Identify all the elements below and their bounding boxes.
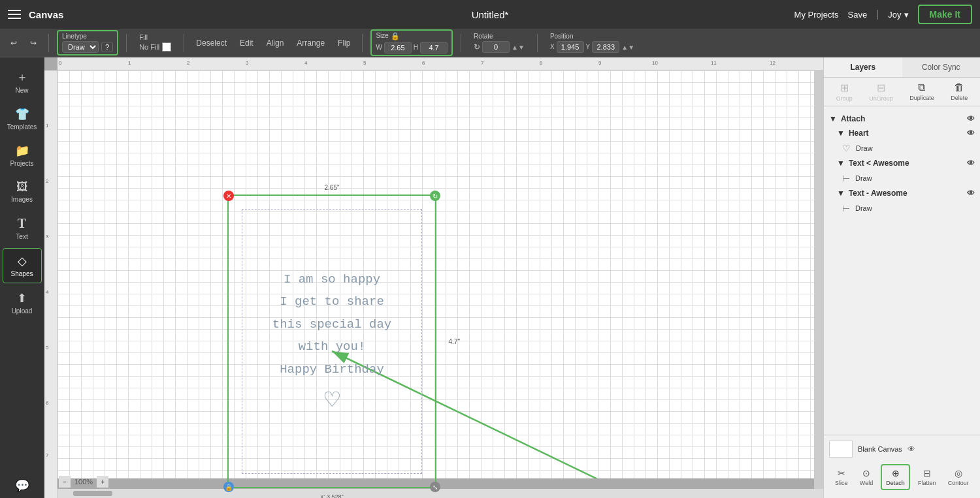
pos-y-label: Y	[586, 43, 591, 50]
edit-button[interactable]: Edit	[236, 37, 257, 50]
toolbar: ↩ ↪ Linetype Draw ? Fill No Fill Deselec…	[0, 29, 980, 57]
upload-label: Upload	[12, 307, 33, 315]
tab-colorsync[interactable]: Color Sync	[902, 57, 981, 77]
canvas-zoom-controls: − 100% +	[57, 475, 110, 489]
detach-icon: ⊕	[892, 468, 900, 478]
new-icon: ＋	[16, 69, 28, 85]
attach-eye-icon[interactable]: 👁	[967, 114, 975, 123]
canvas-grid[interactable]: ✕ ↻ 🔒 ⤡ 2.65" 4.7" x: 3.528" y: 1.986" I…	[57, 70, 823, 478]
flatten-button[interactable]: ⊟ Flatten	[914, 465, 940, 489]
shapes-icon: ◇	[18, 254, 27, 268]
save-button[interactable]: Save	[848, 10, 868, 20]
selected-element-box: ✕ ↻ 🔒 ⤡ 2.65" 4.7" x: 3.528" y: 1.986" I…	[227, 195, 436, 488]
toolbar-separator-6	[537, 34, 538, 52]
heart-eye-icon[interactable]: 👁	[967, 129, 975, 138]
group-label: Group	[836, 95, 853, 102]
flatten-label: Flatten	[918, 480, 936, 486]
text-icon: T	[18, 216, 26, 231]
undo-button[interactable]: ↩	[7, 37, 21, 50]
text1-draw-item: ⊢ Draw	[829, 170, 975, 186]
redo-button[interactable]: ↪	[26, 37, 41, 50]
horizontal-scrollbar[interactable]	[57, 489, 823, 498]
group-button[interactable]: ⊞ Group	[836, 82, 853, 102]
contour-button[interactable]: ◎ Contour	[944, 465, 973, 489]
arrange-label: Arrange	[297, 39, 325, 48]
width-input[interactable]	[384, 42, 412, 54]
slice-label: Slice	[835, 480, 848, 486]
edit-label: Edit	[240, 39, 253, 48]
text2-draw-label: Draw	[855, 204, 970, 212]
text2-eye-icon[interactable]: 👁	[967, 189, 975, 198]
canvas-thumbnail	[829, 441, 853, 458]
attach-header[interactable]: ▼ Attach 👁	[829, 112, 975, 126]
linetype-group: Linetype Draw ?	[57, 30, 118, 55]
sidebar-item-projects[interactable]: 📁 Projects	[3, 138, 42, 172]
attach-section: ▼ Attach 👁 ▼ Heart 👁 ♡ Draw ▼ Text	[824, 109, 980, 219]
menu-icon[interactable]	[8, 10, 21, 19]
zoom-in-button[interactable]: +	[97, 476, 108, 488]
text1-layer-label: Text < Awesome	[849, 159, 909, 168]
detach-button[interactable]: ⊕ Detach	[881, 464, 910, 490]
heart-arrow: ▼	[837, 129, 845, 138]
sidebar-item-templates[interactable]: 👕 Templates	[3, 102, 42, 136]
toolbar-separator-5	[461, 34, 461, 52]
heart-draw-label: Draw	[856, 144, 970, 152]
text2-layer-header[interactable]: ▼ Text - Awesome 👁	[829, 186, 975, 200]
deselect-button[interactable]: Deselect	[192, 37, 231, 50]
handle-rotate[interactable]: ↻	[430, 191, 440, 201]
handle-lock[interactable]: 🔒	[223, 482, 234, 492]
zoom-out-button[interactable]: −	[59, 476, 71, 488]
delete-label: Delete	[951, 95, 968, 101]
my-projects-link[interactable]: My Projects	[794, 10, 839, 20]
sidebar-item-new[interactable]: ＋ New	[3, 64, 42, 99]
text1-arrow: ▼	[837, 159, 845, 168]
width-label: W	[376, 44, 382, 51]
projects-icon: 📁	[15, 144, 29, 158]
chevron-down-icon: ▾	[904, 10, 909, 20]
linetype-select[interactable]: Draw	[62, 41, 99, 53]
sidebar-item-shapes[interactable]: ◇ Shapes	[3, 248, 42, 283]
duplicate-button[interactable]: ⧉ Duplicate	[909, 82, 934, 102]
canvas-eye-icon[interactable]: 👁	[907, 444, 915, 454]
lock-icon[interactable]: 🔒	[391, 32, 400, 40]
make-it-button[interactable]: Make It	[918, 5, 972, 24]
flip-button[interactable]: Flip	[334, 37, 354, 50]
zoom-label: 100%	[74, 478, 93, 486]
panel-icons-row: ⊞ Group ⊟ UnGroup ⧉ Duplicate 🗑 Delete	[824, 78, 980, 106]
linetype-help-button[interactable]: ?	[101, 42, 113, 52]
weld-button[interactable]: ⊙ Weld	[856, 465, 877, 489]
canvas-area[interactable]: 0 1 2 3 4 5 6 7 8 9 10 11 12 1 2 3 4 5 6…	[44, 57, 823, 498]
sidebar-item-images[interactable]: 🖼 Images	[3, 175, 42, 208]
slice-button[interactable]: ✂ Slice	[831, 465, 852, 489]
text1-layer-header[interactable]: ▼ Text < Awesome 👁	[829, 156, 975, 170]
toolbar-separator-4	[362, 34, 363, 52]
ungroup-button[interactable]: ⊟ UnGroup	[869, 82, 893, 102]
tab-layers[interactable]: Layers	[824, 57, 902, 77]
fill-color-swatch[interactable]	[162, 42, 171, 52]
align-button[interactable]: Align	[263, 37, 288, 50]
sidebar-item-chat[interactable]: 💬	[3, 473, 42, 498]
flatten-icon: ⊟	[923, 468, 931, 478]
templates-label: Templates	[7, 123, 37, 131]
text1-eye-icon[interactable]: 👁	[967, 159, 975, 168]
sidebar-item-text[interactable]: T Text	[3, 211, 42, 245]
pos-x-input[interactable]	[557, 41, 584, 53]
user-menu[interactable]: Joy ▾	[888, 10, 908, 20]
chat-icon: 💬	[15, 478, 29, 493]
card-content: I am so happy I get to share this specia…	[242, 209, 422, 474]
fill-group: Fill No Fill	[135, 32, 176, 54]
card-heart: ♡	[323, 387, 342, 412]
text1-icon: ⊢	[842, 173, 850, 183]
sidebar-item-upload[interactable]: ⬆ Upload	[3, 286, 42, 320]
rotate-input[interactable]	[482, 41, 510, 53]
arrange-button[interactable]: Arrange	[293, 37, 329, 50]
height-input[interactable]	[420, 42, 448, 54]
vertical-scrollbar[interactable]	[814, 70, 823, 489]
projects-label: Projects	[10, 160, 33, 167]
heart-layer-header[interactable]: ▼ Heart 👁	[829, 126, 975, 140]
templates-icon: 👕	[15, 107, 29, 121]
delete-button[interactable]: 🗑 Delete	[951, 82, 968, 102]
handle-delete[interactable]: ✕	[223, 191, 234, 201]
handle-resize[interactable]: ⤡	[430, 482, 440, 492]
pos-y-input[interactable]	[592, 41, 619, 53]
